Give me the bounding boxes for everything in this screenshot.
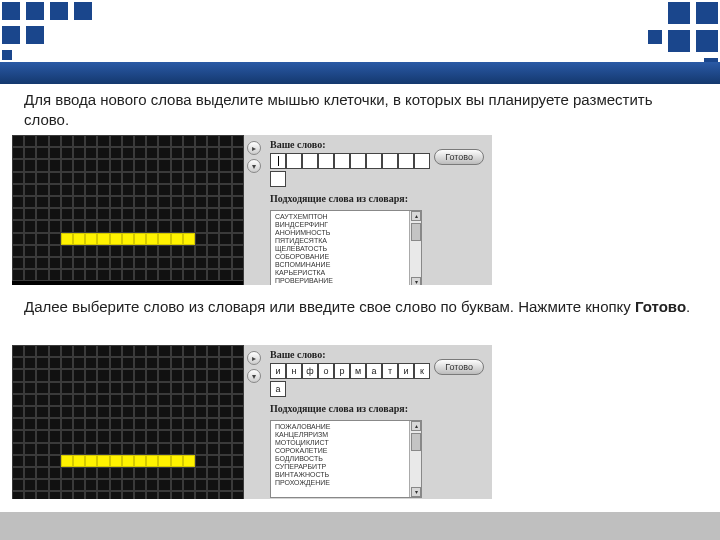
grid-cell[interactable]	[122, 345, 134, 357]
grid-cell[interactable]	[61, 394, 73, 406]
grid-cell[interactable]	[195, 382, 207, 394]
dictionary-item[interactable]: БОДЛИВОСТЬ	[275, 455, 417, 463]
grid-cell[interactable]	[122, 172, 134, 184]
grid-cell[interactable]	[12, 269, 24, 281]
grid-cell[interactable]	[73, 455, 85, 467]
letter-cell[interactable]: к	[414, 363, 430, 379]
grid-cell[interactable]	[195, 159, 207, 171]
grid-cell[interactable]	[97, 394, 109, 406]
grid-cell[interactable]	[24, 233, 36, 245]
grid-cell[interactable]	[97, 479, 109, 491]
grid-cell[interactable]	[207, 135, 219, 147]
grid-cell[interactable]	[24, 491, 36, 499]
grid-cell[interactable]	[207, 257, 219, 269]
dictionary-item[interactable]: ПОЖАЛОВАНИЕ	[275, 423, 417, 431]
grid-cell[interactable]	[158, 418, 170, 430]
grid-cell[interactable]	[158, 208, 170, 220]
grid-cell[interactable]	[110, 172, 122, 184]
grid-cell[interactable]	[195, 430, 207, 442]
grid-cell[interactable]	[73, 245, 85, 257]
grid-cell[interactable]	[134, 220, 146, 232]
grid-cell[interactable]	[24, 159, 36, 171]
scrollbar[interactable]: ▴ ▾	[409, 211, 421, 285]
grid-cell[interactable]	[207, 208, 219, 220]
grid-cell[interactable]	[207, 159, 219, 171]
grid-cell[interactable]	[110, 479, 122, 491]
grid-cell[interactable]	[207, 467, 219, 479]
grid-cell[interactable]	[207, 382, 219, 394]
grid-cell[interactable]	[12, 196, 24, 208]
grid-cell[interactable]	[97, 172, 109, 184]
grid-cell[interactable]	[110, 233, 122, 245]
grid-cell[interactable]	[24, 455, 36, 467]
grid-cell[interactable]	[158, 491, 170, 499]
grid-cell[interactable]	[36, 455, 48, 467]
grid-cell[interactable]	[232, 245, 244, 257]
grid-cell[interactable]	[61, 418, 73, 430]
grid-cell[interactable]	[73, 467, 85, 479]
grid-cell[interactable]	[146, 369, 158, 381]
grid-cell[interactable]	[24, 172, 36, 184]
grid-cell[interactable]	[232, 172, 244, 184]
grid-cell[interactable]	[219, 159, 231, 171]
grid-cell[interactable]	[207, 357, 219, 369]
grid-cell[interactable]	[24, 357, 36, 369]
grid-cell[interactable]	[97, 382, 109, 394]
grid-cell[interactable]	[171, 220, 183, 232]
grid-cell[interactable]	[122, 135, 134, 147]
grid-cell[interactable]	[85, 257, 97, 269]
grid-cell[interactable]	[61, 196, 73, 208]
grid-cell[interactable]	[171, 382, 183, 394]
grid-cell[interactable]	[134, 479, 146, 491]
grid-cell[interactable]	[24, 257, 36, 269]
letter-row-2[interactable]	[270, 171, 486, 187]
letter-cell[interactable]	[350, 153, 366, 169]
grid-cell[interactable]	[97, 418, 109, 430]
grid-cell[interactable]	[61, 269, 73, 281]
grid-cell[interactable]	[73, 369, 85, 381]
grid-cell[interactable]	[73, 394, 85, 406]
grid-cell[interactable]	[195, 357, 207, 369]
grid-cell[interactable]	[207, 406, 219, 418]
letter-cell[interactable]: о	[318, 363, 334, 379]
grid-cell[interactable]	[134, 208, 146, 220]
grid-cell[interactable]	[146, 491, 158, 499]
grid-cell[interactable]	[24, 369, 36, 381]
grid-cell[interactable]	[85, 418, 97, 430]
grid-cell[interactable]	[134, 369, 146, 381]
grid-cell[interactable]	[73, 479, 85, 491]
grid-cell[interactable]	[110, 467, 122, 479]
grid-cell[interactable]	[110, 269, 122, 281]
grid-cell[interactable]	[110, 455, 122, 467]
grid-cell[interactable]	[85, 430, 97, 442]
grid-cell[interactable]	[195, 233, 207, 245]
letter-cell[interactable]: р	[334, 363, 350, 379]
grid-cell[interactable]	[49, 382, 61, 394]
grid-cell[interactable]	[36, 135, 48, 147]
grid-cell[interactable]	[12, 233, 24, 245]
grid-cell[interactable]	[134, 345, 146, 357]
grid-cell[interactable]	[171, 184, 183, 196]
grid-cell[interactable]	[73, 430, 85, 442]
grid-cell[interactable]	[158, 369, 170, 381]
grid-cell[interactable]	[85, 147, 97, 159]
grid-cell[interactable]	[171, 394, 183, 406]
grid-cell[interactable]	[195, 147, 207, 159]
dictionary-item[interactable]: САУТХЕМПТОН	[275, 213, 417, 221]
grid-cell[interactable]	[183, 245, 195, 257]
grid-cell[interactable]	[61, 159, 73, 171]
grid-cell[interactable]	[85, 406, 97, 418]
grid-cell[interactable]	[232, 418, 244, 430]
grid-cell[interactable]	[146, 418, 158, 430]
letter-cell[interactable]	[286, 153, 302, 169]
grid-cell[interactable]	[36, 382, 48, 394]
grid-cell[interactable]	[36, 196, 48, 208]
dictionary-item[interactable]: АНОНИМНОСТЬ	[275, 229, 417, 237]
grid-cell[interactable]	[85, 443, 97, 455]
grid-cell[interactable]	[219, 172, 231, 184]
letter-cell[interactable]	[270, 153, 286, 169]
grid-cell[interactable]	[73, 220, 85, 232]
dictionary-item[interactable]: ВИНТАЖНОСТЬ	[275, 471, 417, 479]
grid-cell[interactable]	[85, 345, 97, 357]
grid-cell[interactable]	[97, 345, 109, 357]
